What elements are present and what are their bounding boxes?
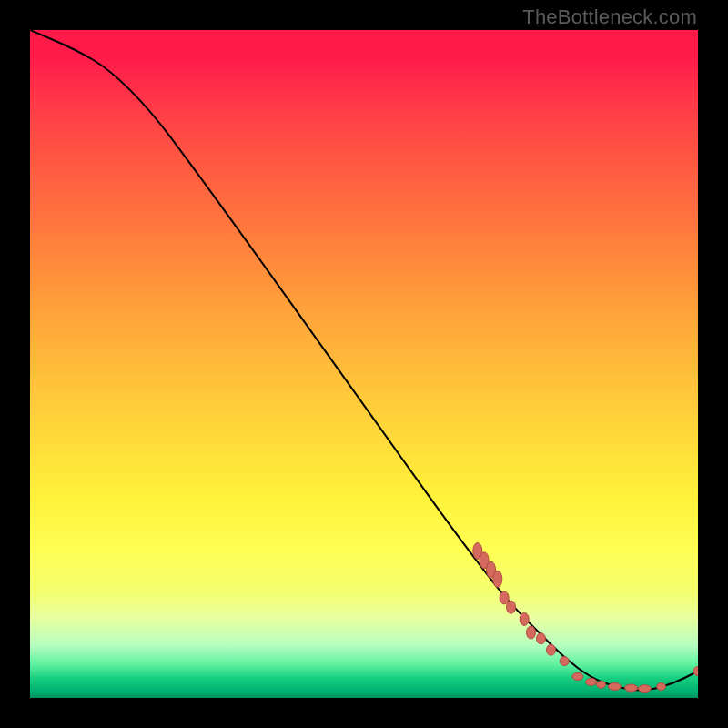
data-marker bbox=[500, 592, 509, 604]
data-marker bbox=[537, 633, 546, 644]
data-marker bbox=[507, 601, 516, 613]
plot-area bbox=[30, 30, 698, 698]
data-marker bbox=[520, 612, 529, 625]
data-marker bbox=[547, 644, 556, 655]
curve-line bbox=[30, 30, 698, 690]
data-marker bbox=[608, 683, 621, 691]
data-marker bbox=[657, 683, 666, 691]
data-marker bbox=[493, 571, 502, 587]
data-marker bbox=[586, 678, 597, 685]
data-marker bbox=[693, 667, 698, 676]
data-marker bbox=[560, 657, 569, 666]
data-marker bbox=[625, 684, 638, 692]
data-marker bbox=[572, 673, 583, 681]
data-marker bbox=[638, 685, 651, 693]
marker-group bbox=[473, 543, 698, 693]
watermark-text: TheBottleneck.com bbox=[522, 5, 697, 29]
chart-svg bbox=[30, 30, 698, 698]
data-marker bbox=[597, 681, 606, 688]
chart-stage: TheBottleneck.com bbox=[0, 0, 728, 728]
data-marker bbox=[527, 626, 536, 639]
